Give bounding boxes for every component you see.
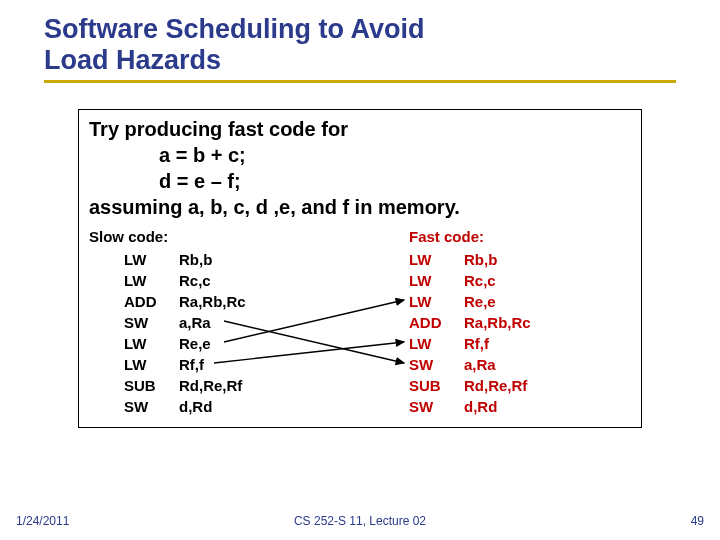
slow-arg: Rd,Re,Rf (179, 375, 349, 396)
prompt-line-2: assuming a, b, c, d ,e, and f in memory. (89, 194, 631, 220)
slow-arg: Rf,f (179, 354, 349, 375)
fast-arg: Rc,c (464, 270, 631, 291)
fast-op: ADD (349, 312, 464, 333)
slow-arg: Ra,Rb,Rc (179, 291, 349, 312)
slow-arg: Rb,b (179, 249, 349, 270)
slide-title-line2: Load Hazards (44, 45, 720, 76)
fast-op: LW (349, 249, 464, 270)
slow-arg: a,Ra (179, 312, 349, 333)
content-box: Try producing fast code for a = b + c; d… (78, 109, 642, 428)
slide-title-line1: Software Scheduling to Avoid (44, 14, 720, 45)
fast-arg: d,Rd (464, 396, 631, 417)
fast-op: LW (349, 333, 464, 354)
fast-op: SW (349, 396, 464, 417)
slow-arg: d,Rd (179, 396, 349, 417)
prompt-eq2: d = e – f; (89, 168, 631, 194)
slow-op: LW (89, 333, 179, 354)
prompt-eq1: a = b + c; (89, 142, 631, 168)
slow-arg: Re,e (179, 333, 349, 354)
fast-op: LW (349, 291, 464, 312)
fast-op: SUB (349, 375, 464, 396)
footer-page-number: 49 (691, 514, 704, 528)
fast-arg: Rd,Re,Rf (464, 375, 631, 396)
title-underline (44, 80, 676, 83)
title-area: Software Scheduling to Avoid Load Hazard… (0, 0, 720, 76)
fast-code-column: Fast code: LWRb,b LWRc,c LWRe,e ADDRa,Rb… (349, 228, 631, 417)
slow-arg: Rc,c (179, 270, 349, 291)
slow-code-label: Slow code: (89, 228, 349, 245)
code-area: Slow code: LWRb,b LWRc,c ADDRa,Rb,Rc SWa… (89, 228, 631, 417)
slow-code-column: Slow code: LWRb,b LWRc,c ADDRa,Rb,Rc SWa… (89, 228, 349, 417)
slow-op: SW (89, 312, 179, 333)
slow-op: ADD (89, 291, 179, 312)
slow-op: LW (89, 270, 179, 291)
fast-code-label: Fast code: (349, 228, 631, 245)
slow-op: SW (89, 396, 179, 417)
fast-op: LW (349, 270, 464, 291)
fast-arg: a,Ra (464, 354, 631, 375)
slow-op: LW (89, 249, 179, 270)
fast-op: SW (349, 354, 464, 375)
fast-arg: Re,e (464, 291, 631, 312)
fast-arg: Rb,b (464, 249, 631, 270)
footer-center: CS 252-S 11, Lecture 02 (0, 514, 720, 528)
slow-op: LW (89, 354, 179, 375)
slow-op: SUB (89, 375, 179, 396)
fast-arg: Ra,Rb,Rc (464, 312, 631, 333)
fast-arg: Rf,f (464, 333, 631, 354)
prompt-line-1: Try producing fast code for (89, 116, 631, 142)
